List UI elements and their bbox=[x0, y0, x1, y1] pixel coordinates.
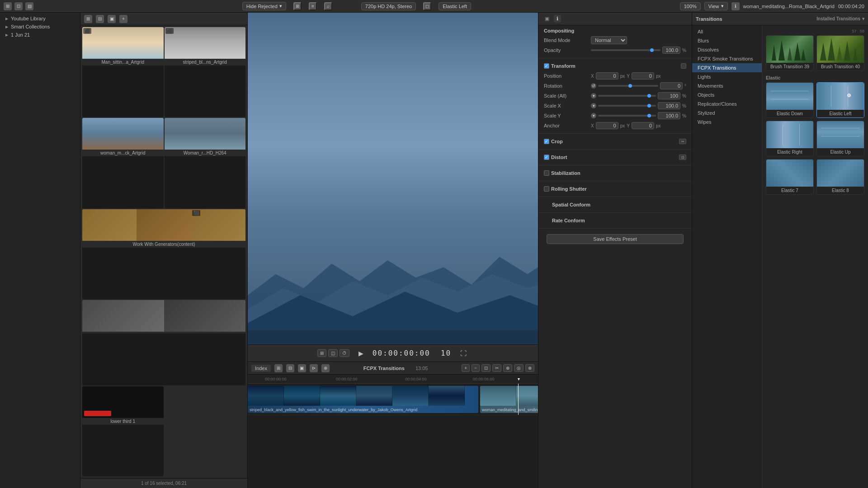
rotation-slider[interactable] bbox=[598, 85, 658, 87]
cat-movements[interactable]: Movements bbox=[692, 81, 762, 90]
pos-x-input[interactable] bbox=[596, 72, 618, 80]
save-effects-preset-btn[interactable]: Save Effects Preset bbox=[547, 234, 684, 244]
audio-icon[interactable]: ◻ bbox=[423, 2, 431, 10]
blend-mode-dropdown[interactable]: Normal bbox=[591, 36, 627, 44]
tab-index[interactable]: Index bbox=[251, 365, 271, 372]
tl-icon-2[interactable]: ⊟ bbox=[286, 364, 294, 372]
trans-elastic-up[interactable]: Elastic Up bbox=[816, 121, 864, 156]
media-thumb-woman-m[interactable]: woman_m...ck_Artgrid bbox=[82, 118, 164, 208]
media-thumb-striped[interactable]: ⬛ striped_bl...ns_Artgrid bbox=[165, 27, 246, 117]
cat-stylized[interactable]: Stylized bbox=[692, 108, 762, 117]
layout-icon[interactable]: ⊞ bbox=[317, 349, 326, 357]
trans-elastic-8[interactable]: Elastic 8 bbox=[816, 159, 864, 195]
trans-elastic-right[interactable]: Elastic Right bbox=[766, 121, 814, 156]
anchor-x-input[interactable] bbox=[596, 122, 618, 129]
trans-elastic-down[interactable]: Elastic Down bbox=[766, 82, 814, 118]
stab-checkbox[interactable] bbox=[544, 170, 549, 176]
distort-icon[interactable]: ⊡ bbox=[679, 155, 686, 160]
view-btn[interactable]: View ▾ bbox=[704, 2, 728, 10]
cat-blurs[interactable]: Blurs bbox=[692, 36, 762, 45]
tl-blade[interactable]: ✂ bbox=[492, 364, 501, 372]
tl-mute[interactable]: ⊗ bbox=[525, 364, 534, 372]
media-thumb-man[interactable]: ⬛ Man_sittin...a_Artgrid bbox=[82, 27, 164, 117]
scale-x-value[interactable] bbox=[658, 102, 680, 109]
media-thumb-presenters[interactable] bbox=[82, 300, 245, 385]
cat-smoke[interactable]: FCPX Smoke Transitions bbox=[692, 54, 762, 63]
scale-reset[interactable]: ▾ bbox=[591, 93, 596, 99]
transition-name-btn[interactable]: Elastic Left bbox=[439, 2, 471, 10]
cat-objects[interactable]: Objects bbox=[692, 90, 762, 99]
inspector-icon[interactable]: ℹ bbox=[731, 2, 740, 10]
trans-elastic-left[interactable]: Elastic Left bbox=[816, 82, 864, 118]
tab-video-inspector[interactable]: ▣ bbox=[542, 15, 552, 23]
pos-y-input[interactable] bbox=[632, 72, 654, 80]
trans-elastic-7[interactable]: Elastic 7 bbox=[766, 159, 814, 195]
trans-brush39[interactable]: Brush Transition 39 bbox=[766, 35, 814, 71]
cat-all[interactable]: All bbox=[692, 27, 762, 36]
brush39-label: Brush Transition 39 bbox=[766, 63, 813, 70]
crop-icon[interactable]: ✂ bbox=[679, 139, 686, 144]
anchor-y-input[interactable] bbox=[632, 122, 654, 129]
search-btn[interactable]: ⌕ bbox=[324, 2, 332, 10]
tl-icon-4[interactable]: ⊳ bbox=[310, 364, 318, 372]
scale-all-slider[interactable] bbox=[598, 95, 656, 97]
scale-y-reset[interactable]: ▾ bbox=[591, 113, 596, 118]
opacity-value[interactable] bbox=[662, 47, 680, 54]
clip-underwater[interactable]: striped_black_and_yellow_fish_swim_in_th… bbox=[248, 386, 478, 413]
sidebar-smart-collections[interactable]: ▶ Smart Collections bbox=[0, 23, 80, 31]
clip-meditation[interactable]: woman_meditating_and_smiling_by_the_ocea… bbox=[480, 386, 538, 413]
tl-zoom-in[interactable]: + bbox=[462, 364, 470, 372]
resolution-btn[interactable]: 720p HD 24p, Stereo bbox=[361, 2, 416, 10]
opacity-slider[interactable] bbox=[591, 49, 660, 51]
list-view-btn[interactable]: ≡ bbox=[309, 2, 317, 10]
sidebar-libraries[interactable]: ▶ Youtube Library bbox=[0, 14, 80, 23]
app-icon[interactable]: ⊞ bbox=[4, 2, 12, 10]
scale-y-value[interactable] bbox=[658, 112, 680, 119]
tl-icon-1[interactable]: ⊞ bbox=[274, 364, 283, 372]
clip-icon[interactable]: ◫ bbox=[328, 349, 338, 357]
tl-snap[interactable]: ⊡ bbox=[481, 364, 491, 372]
play-button[interactable]: ▶ bbox=[357, 349, 365, 358]
library-icon[interactable]: ⊡ bbox=[14, 2, 23, 10]
browser-film-icon[interactable]: ▣ bbox=[108, 15, 116, 23]
tl-icon-5[interactable]: ⊕ bbox=[321, 364, 330, 372]
crop-checkbox[interactable]: ✓ bbox=[544, 139, 549, 144]
fullscreen-btn[interactable]: ⛶ bbox=[458, 349, 468, 358]
zoom-btn[interactable]: 100% bbox=[680, 2, 701, 10]
cat-wipes[interactable]: Wipes bbox=[692, 117, 762, 127]
media-thumb-lower-third[interactable]: lower third 1 bbox=[82, 386, 164, 476]
tl-icon-3[interactable]: ▣ bbox=[298, 364, 306, 372]
trans-brush40[interactable]: Brush Transition 40 bbox=[816, 35, 864, 71]
preview-area[interactable] bbox=[248, 13, 538, 344]
cat-fcpx[interactable]: FCPX Transitions bbox=[692, 63, 762, 72]
speed-icon[interactable]: ⏱ bbox=[340, 349, 349, 357]
ruler-playhead: ▾ bbox=[518, 377, 520, 381]
media-thumb-generators[interactable]: ⬛ Work With Generators(content) bbox=[82, 209, 245, 299]
playhead[interactable] bbox=[518, 384, 519, 415]
sidebar-last-item[interactable]: ▶ 1 Jun 21 bbox=[0, 31, 80, 39]
browser-grid-icon[interactable]: ⊞ bbox=[84, 15, 92, 23]
transform-crop-icon[interactable] bbox=[681, 63, 686, 69]
scale-x-slider[interactable] bbox=[598, 105, 656, 107]
cat-replicator[interactable]: Replicator/Clones bbox=[692, 99, 762, 108]
scale-all-value[interactable] bbox=[658, 92, 680, 99]
hide-rejected-btn[interactable]: Hide Rejected ▾ bbox=[242, 2, 286, 10]
grid-view-btn[interactable]: ⊞ bbox=[293, 2, 302, 10]
transform-checkbox[interactable]: ✓ bbox=[544, 63, 549, 69]
cat-dissolves[interactable]: Dissolves bbox=[692, 45, 762, 54]
media-icon[interactable]: ▤ bbox=[25, 2, 33, 10]
tl-zoom-out[interactable]: − bbox=[472, 364, 480, 372]
rs-checkbox[interactable] bbox=[544, 186, 549, 192]
tl-skimmer[interactable]: ⊕ bbox=[503, 364, 512, 372]
distort-checkbox[interactable]: ✓ bbox=[544, 155, 549, 160]
scale-y-slider[interactable] bbox=[598, 115, 656, 117]
rotation-reset[interactable]: ↺ bbox=[591, 83, 596, 89]
media-thumb-woman-r[interactable]: Woman_r...HD_H264 bbox=[165, 118, 246, 208]
scale-x-reset[interactable]: ▾ bbox=[591, 103, 596, 108]
tl-solo[interactable]: ◎ bbox=[514, 364, 524, 372]
browser-list-icon[interactable]: ⊟ bbox=[96, 15, 104, 23]
rotation-value[interactable] bbox=[660, 82, 683, 89]
tab-info[interactable]: ℹ bbox=[554, 15, 561, 23]
browser-add-icon[interactable]: + bbox=[119, 15, 127, 23]
cat-lights[interactable]: Lights bbox=[692, 72, 762, 81]
